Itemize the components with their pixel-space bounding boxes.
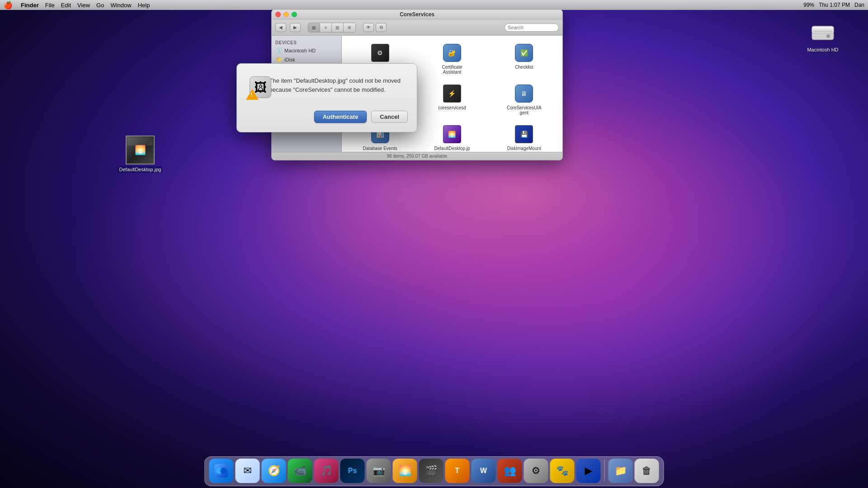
- diskimagemounter-icon: 💾: [513, 123, 535, 145]
- photos-dock-icon: 👥: [498, 459, 522, 483]
- dock-item-facetime[interactable]: 📹: [288, 459, 312, 483]
- desktop-file-thumbnail: 🌅: [126, 136, 155, 164]
- coreservicesd-label: coreservicesd: [438, 105, 466, 110]
- dock-item-photoshop[interactable]: Ps: [340, 459, 365, 483]
- menu-go[interactable]: Go: [96, 2, 104, 9]
- idisk-sidebar-icon: 📁: [275, 56, 283, 63]
- menu-edit[interactable]: Edit: [61, 2, 71, 9]
- quicktime-dock-icon: ▶: [576, 459, 601, 483]
- dock: ✉ 🧭 📹 🎵 Ps 📷 🌅 🎬 T W 👥: [204, 456, 664, 486]
- user-name: Dan: [854, 2, 864, 8]
- icon-view-button[interactable]: ▦: [308, 23, 320, 32]
- window-close-button[interactable]: [275, 12, 281, 17]
- pages-dock-icon: T: [445, 459, 470, 483]
- column-view-button[interactable]: ▥: [332, 23, 344, 32]
- sidebar-idisk-label: iDisk: [284, 57, 295, 62]
- authenticate-button[interactable]: Authenticate: [314, 111, 367, 123]
- alert-warning-badge: [246, 89, 259, 102]
- dock-item-safari[interactable]: 🧭: [262, 459, 286, 483]
- certassistant-label: Certificate Assistant: [434, 65, 470, 75]
- menu-file[interactable]: File: [45, 2, 55, 9]
- menubar-left: 🍎 Finder File Edit View Go Window Help: [4, 1, 150, 9]
- menubar-right: 99% Thu 1:07 PM Dan: [803, 2, 864, 8]
- checklist-icon: ✅: [513, 42, 535, 64]
- svg-point-7: [221, 468, 227, 474]
- dock-item-word[interactable]: W: [472, 459, 496, 483]
- trash-dock-icon: 🗑: [635, 459, 659, 483]
- coverflow-view-button[interactable]: ⊞: [344, 23, 355, 32]
- menu-finder[interactable]: Finder: [21, 2, 39, 9]
- cancel-button[interactable]: Cancel: [371, 111, 408, 123]
- finder-titlebar: CoreServices: [272, 9, 562, 19]
- forward-button[interactable]: ▶: [290, 23, 301, 32]
- sidebar-item-idisk[interactable]: 📁 iDisk: [272, 55, 341, 64]
- systemprefs-dock-icon: ⚙: [524, 459, 548, 483]
- camera-dock-icon: 📷: [367, 459, 391, 483]
- word-dock-icon: W: [472, 459, 496, 483]
- dock-item-quicktime[interactable]: ▶: [576, 459, 601, 483]
- dock-item-itunes[interactable]: 🎵: [314, 459, 339, 483]
- alert-icon-container: 🖼: [246, 73, 262, 102]
- finder-file-checklist[interactable]: ✅ Checklist: [491, 40, 558, 76]
- dock-item-trash[interactable]: 🗑: [635, 459, 659, 483]
- harddisk-icon-image: [808, 18, 837, 47]
- dock-item-camera[interactable]: 📷: [367, 459, 391, 483]
- finder-file-certassistant[interactable]: 🔐 Certificate Assistant: [418, 40, 486, 76]
- checklist-label: Checklist: [515, 65, 533, 70]
- harddisk-icon[interactable]: Macintosh HD: [805, 18, 841, 52]
- menu-window[interactable]: Window: [110, 2, 131, 9]
- cacheserver-icon: ⚙: [369, 42, 391, 64]
- alert-dialog: 🖼 The item "DefaultDesktop.jpg" could no…: [236, 63, 417, 132]
- list-view-button[interactable]: ≡: [320, 23, 332, 32]
- photoshop-dock-icon: Ps: [340, 459, 365, 483]
- finder-window-title: CoreServices: [400, 11, 434, 18]
- view-mode-buttons: ▦ ≡ ▥ ⊞: [308, 23, 356, 33]
- dock-item-folder[interactable]: 📁: [609, 459, 633, 483]
- alert-content: 🖼 The item "DefaultDesktop.jpg" could no…: [246, 73, 408, 102]
- folder-dock-icon: 📁: [609, 459, 633, 483]
- coreservicesui-icon: 🖥: [513, 83, 535, 104]
- harddisk-sidebar-icon: 💿: [275, 47, 283, 54]
- defaultdesktop-icon: 🌅: [441, 123, 463, 145]
- finder-statusbar: 96 items, 250.07 GB available: [272, 152, 562, 160]
- finder-file-coreservicesd[interactable]: ⚡ coreservicesd: [418, 81, 486, 117]
- finder-dock-icon: [209, 459, 234, 483]
- battery-status: 99%: [803, 2, 814, 8]
- clock: Thu 1:07 PM: [819, 2, 850, 8]
- dock-item-iphoto[interactable]: 🌅: [393, 459, 417, 483]
- mail-dock-icon: ✉: [236, 459, 260, 483]
- imovie-dock-icon: 🎬: [419, 459, 443, 483]
- svg-rect-2: [813, 27, 833, 33]
- desktop-file-icon[interactable]: 🌅 DefaultDesktop.jpg: [122, 136, 158, 173]
- finder-file-coreservicesui[interactable]: 🖥 CoreServicesUIAgent: [491, 81, 558, 117]
- safari-dock-icon: 🧭: [262, 459, 286, 483]
- dock-item-mail[interactable]: ✉: [236, 459, 260, 483]
- apple-menu[interactable]: 🍎: [4, 1, 13, 9]
- dock-item-systemprefs[interactable]: ⚙: [524, 459, 548, 483]
- alert-buttons: Authenticate Cancel: [246, 111, 408, 123]
- menu-help[interactable]: Help: [138, 2, 150, 9]
- dock-item-corel[interactable]: 🐾: [550, 459, 575, 483]
- itunes-dock-icon: 🎵: [314, 459, 339, 483]
- dock-item-photos[interactable]: 👥: [498, 459, 522, 483]
- back-button[interactable]: ◀: [275, 23, 286, 32]
- iphoto-dock-icon: 🌅: [393, 459, 417, 483]
- dock-item-finder[interactable]: [209, 459, 234, 483]
- svg-point-4: [827, 35, 829, 37]
- dock-item-pages[interactable]: T: [445, 459, 470, 483]
- dock-item-imovie[interactable]: 🎬: [419, 459, 443, 483]
- coreservicesui-label: CoreServicesUIAgent: [506, 105, 542, 115]
- desktop: 🍎 Finder File Edit View Go Window Help 9…: [0, 0, 868, 488]
- finder-search-input[interactable]: [505, 23, 559, 32]
- menu-view[interactable]: View: [77, 2, 90, 9]
- coreservicesd-icon: ⚡: [441, 83, 463, 104]
- window-maximize-button[interactable]: [292, 12, 297, 17]
- action-button[interactable]: ⚙: [376, 23, 387, 32]
- devices-section-header: DEVICES: [272, 39, 341, 46]
- finder-toolbar: ◀ ▶ ▦ ≡ ▥ ⊞ 👁 ⚙: [272, 19, 562, 36]
- dbevents-label: Database Events: [363, 146, 397, 151]
- window-minimize-button[interactable]: [283, 12, 289, 17]
- eye-view-button[interactable]: 👁: [363, 23, 374, 32]
- sidebar-item-macintoshhd[interactable]: 💿 Macintosh HD: [272, 46, 341, 55]
- sidebar-macintoshhd-label: Macintosh HD: [284, 48, 316, 53]
